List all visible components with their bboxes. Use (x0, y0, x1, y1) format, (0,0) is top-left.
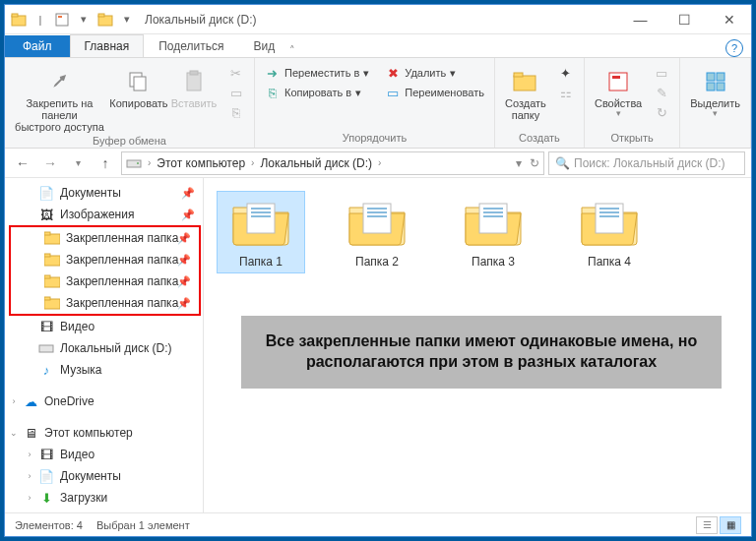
svg-rect-1 (12, 14, 18, 17)
svg-rect-28 (39, 345, 53, 352)
cut-button[interactable]: ✂ (224, 64, 248, 82)
breadcrumb-root[interactable]: Этот компьютер (157, 156, 245, 170)
folder-icon (229, 198, 292, 249)
properties-button[interactable]: Свойства ▾ (591, 64, 646, 121)
edit-button[interactable]: ✎ (650, 84, 673, 101)
folder-item[interactable]: Папка 2 (334, 192, 420, 272)
ribbon-tabs: Файл Главная Поделиться Вид ˄ ? (5, 34, 751, 58)
history-button[interactable]: ↻ (650, 103, 673, 121)
ribbon-minimize-icon[interactable]: ˄ (289, 44, 295, 57)
tab-main[interactable]: Главная (70, 34, 145, 57)
link-icon: ⎘ (228, 104, 244, 120)
tree-pc-docs[interactable]: ›📄Документы (5, 465, 203, 487)
tree-documents[interactable]: 📄Документы📌 (5, 182, 203, 204)
tree-thispc[interactable]: ⌄🖥Этот компьютер (5, 422, 203, 444)
tree-onedrive[interactable]: ›☁OneDrive (5, 391, 203, 412)
tree-pc-images[interactable]: ›🖼Изображения (5, 509, 203, 512)
rename-button[interactable]: ▭Переименовать (381, 84, 488, 101)
folder-icon (44, 252, 60, 268)
tab-view[interactable]: Вид (238, 34, 289, 57)
expand-icon[interactable]: › (25, 450, 34, 459)
rename-icon: ▭ (385, 85, 401, 100)
expand-icon[interactable]: › (25, 493, 34, 503)
tree-pc-downloads[interactable]: ›⬇Загрузки (5, 487, 203, 509)
folder-item[interactable]: Папка 3 (450, 192, 536, 272)
titlebar: | ▾ ▾ Локальный диск (D:) ― ☐ ✕ (5, 5, 751, 34)
select-all-button[interactable]: Выделить ▾ (686, 64, 744, 121)
chevron-right-icon[interactable]: › (144, 157, 155, 168)
status-bar: Элементов: 4 Выбран 1 элемент ☰ ▦ (5, 512, 751, 536)
new-folder-button[interactable]: Создать папку (501, 64, 550, 123)
icons-view-button[interactable]: ▦ (720, 516, 741, 534)
pin-quickaccess-button[interactable]: Закрепить на панели быстрого доступа (11, 64, 108, 135)
video-icon: 🎞 (38, 447, 54, 462)
collapse-icon[interactable]: ⌄ (9, 428, 19, 438)
tree-video[interactable]: 🎞Видео (5, 316, 203, 337)
delete-button[interactable]: ✖Удалить ▾ (381, 64, 488, 82)
tree-pinned-2[interactable]: Закрепленная папка📌 (11, 249, 199, 270)
help-icon[interactable]: ? (725, 39, 743, 57)
breadcrumb-drive[interactable]: Локальный диск (D:) (260, 156, 372, 170)
up-button[interactable]: ↑ (94, 151, 117, 175)
copy-to-button[interactable]: ⎘Копировать в ▾ (261, 84, 373, 101)
details-view-button[interactable]: ☰ (696, 516, 718, 534)
tree-pinned-1[interactable]: Закрепленная папка📌 (11, 227, 199, 249)
svg-rect-23 (44, 254, 50, 257)
qat-dropdown-icon[interactable]: ▾ (119, 12, 135, 28)
move-to-button[interactable]: ➜Переместить в ▾ (261, 64, 373, 82)
dropdown-icon[interactable]: ▾ (76, 12, 92, 28)
search-input[interactable]: 🔍 Поиск: Локальный диск (D:) (548, 151, 745, 175)
folder-item[interactable]: Папка 1 (218, 192, 304, 272)
tree-pinned-4[interactable]: Закрепленная папка📌 (11, 292, 199, 314)
folder-label: Папка 1 (239, 255, 283, 269)
back-button[interactable]: ← (11, 151, 34, 175)
folder-item[interactable]: Папка 4 (566, 192, 653, 272)
pin-icon: 📌 (177, 254, 191, 267)
tree-pinned-3[interactable]: Закрепленная папка📌 (11, 270, 199, 292)
svg-rect-34 (367, 208, 387, 210)
new-folder-icon (510, 66, 541, 97)
chevron-right-icon[interactable]: › (374, 157, 385, 168)
tree-music[interactable]: ♪Музыка (5, 359, 203, 381)
expand-icon[interactable]: › (25, 471, 34, 481)
props-qat-icon[interactable] (54, 12, 70, 28)
svg-rect-17 (717, 83, 724, 90)
tree-drive[interactable]: Локальный диск (D:) (5, 337, 203, 359)
minimize-button[interactable]: ― (618, 5, 662, 33)
folder-icon (44, 295, 60, 311)
open-button[interactable]: ▭ (650, 64, 673, 82)
recent-button[interactable]: ▾ (66, 151, 90, 175)
svg-rect-5 (98, 14, 104, 17)
copypath-button[interactable]: ▭ (224, 84, 248, 101)
paste-button[interactable]: Вставить (169, 64, 219, 111)
content-pane[interactable]: Папка 1Папка 2Папка 3Папка 4 Все закрепл… (204, 178, 751, 512)
svg-rect-27 (44, 297, 50, 300)
folder-small-icon (97, 12, 113, 28)
breadcrumb[interactable]: › Этот компьютер › Локальный диск (D:) ›… (121, 151, 544, 175)
drive-icon (126, 155, 142, 171)
pin-icon: 📌 (177, 275, 191, 288)
paste-shortcut-button[interactable]: ⎘ (224, 103, 248, 121)
expand-icon[interactable]: › (9, 396, 19, 406)
close-button[interactable]: ✕ (707, 5, 751, 33)
drive-icon (38, 340, 54, 356)
new-item-button[interactable]: ✦ (554, 64, 578, 82)
forward-button[interactable]: → (38, 151, 62, 175)
tab-file[interactable]: Файл (5, 35, 70, 57)
video-icon: 🎞 (38, 319, 54, 334)
refresh-icon[interactable]: ↻ (530, 156, 539, 170)
svg-point-19 (137, 162, 139, 164)
easy-access-button[interactable]: ⚏ (554, 84, 578, 101)
dropdown-icon[interactable]: ▾ (516, 156, 522, 170)
group-organize: ➜Переместить в ▾ ⎘Копировать в ▾ ✖Удалит… (255, 58, 495, 148)
scissors-icon: ✂ (228, 65, 244, 81)
tree-images[interactable]: 🖼Изображения📌 (5, 204, 203, 225)
copy-button[interactable]: Копировать (110, 64, 167, 111)
svg-rect-25 (44, 275, 50, 278)
chevron-right-icon[interactable]: › (247, 157, 258, 168)
tab-share[interactable]: Поделиться (144, 34, 238, 57)
svg-rect-16 (707, 83, 715, 90)
maximize-button[interactable]: ☐ (662, 5, 707, 33)
folder-label: Папка 3 (472, 255, 515, 269)
tree-pc-video[interactable]: ›🎞Видео (5, 444, 203, 465)
